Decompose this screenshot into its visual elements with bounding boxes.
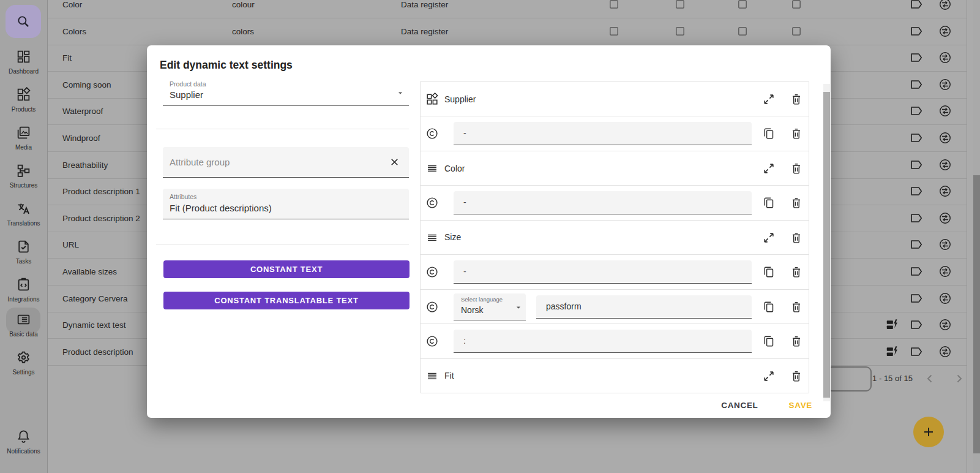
expand-icon[interactable] bbox=[762, 369, 776, 383]
previous-page-button[interactable] bbox=[922, 371, 937, 386]
swap-icon[interactable] bbox=[938, 0, 952, 11]
constant-row: - bbox=[421, 186, 809, 220]
checkbox[interactable] bbox=[737, 26, 748, 37]
sidebar-item-integrations[interactable]: Integrations bbox=[0, 277, 47, 303]
product-data-select[interactable]: Product data Supplier bbox=[163, 80, 409, 106]
swap-icon[interactable] bbox=[938, 131, 952, 145]
constant-translatable-text-button[interactable]: CONSTANT TRANSLATABLE TEXT bbox=[163, 292, 410, 309]
swap-icon[interactable] bbox=[938, 184, 952, 198]
tag-icon[interactable] bbox=[910, 51, 923, 64]
delete-icon[interactable] bbox=[790, 231, 803, 244]
drag-handle-icon[interactable] bbox=[425, 93, 439, 106]
delete-icon[interactable] bbox=[790, 335, 803, 348]
tag-icon[interactable] bbox=[910, 211, 923, 225]
copy-icon[interactable] bbox=[762, 196, 776, 210]
sidebar-item-basic-data[interactable]: Basic data bbox=[0, 312, 47, 338]
drag-handle-icon[interactable] bbox=[425, 162, 439, 175]
tag-icon[interactable] bbox=[910, 78, 923, 91]
delete-icon[interactable] bbox=[790, 162, 803, 175]
dialog-scrollbar[interactable] bbox=[823, 84, 830, 401]
swap-icon[interactable] bbox=[938, 265, 952, 278]
cancel-button[interactable]: CANCEL bbox=[717, 400, 761, 411]
checkbox[interactable] bbox=[608, 0, 619, 10]
swap-icon[interactable] bbox=[938, 78, 952, 91]
tag-icon[interactable] bbox=[910, 238, 923, 251]
delete-icon[interactable] bbox=[790, 196, 803, 210]
expand-icon[interactable] bbox=[762, 162, 776, 175]
sidebar-item-settings[interactable]: Settings bbox=[0, 350, 47, 376]
sidebar-item-dashboard[interactable]: Dashboard bbox=[0, 49, 47, 75]
swap-icon[interactable] bbox=[938, 318, 952, 331]
tag-icon[interactable] bbox=[910, 158, 923, 172]
drag-handle-icon[interactable] bbox=[425, 369, 439, 383]
swap-icon[interactable] bbox=[938, 104, 952, 118]
constant-text-input[interactable]: - bbox=[454, 191, 752, 214]
copy-icon[interactable] bbox=[762, 265, 776, 279]
tag-icon[interactable] bbox=[910, 104, 923, 118]
tag-icon[interactable] bbox=[910, 292, 923, 305]
constant-text-input[interactable]: - bbox=[454, 122, 752, 145]
table-row[interactable]: Colors colors Data register bbox=[48, 18, 967, 45]
translatable-text-input[interactable]: passform bbox=[536, 295, 752, 319]
swap-icon[interactable] bbox=[938, 238, 952, 251]
sidebar-item-translations[interactable]: Translations bbox=[0, 201, 47, 227]
search-button[interactable] bbox=[6, 5, 41, 38]
sidebar-item-media[interactable]: Media bbox=[0, 125, 47, 151]
sidebar-item-label: Tasks bbox=[0, 258, 47, 265]
copy-icon[interactable] bbox=[762, 335, 776, 348]
tag-icon[interactable] bbox=[910, 318, 923, 331]
copy-icon[interactable] bbox=[762, 300, 776, 314]
constant-text-input[interactable]: - bbox=[454, 260, 752, 284]
sidebar-item-structures[interactable]: Structures bbox=[0, 163, 47, 189]
sidebar-item-notifications[interactable]: Notifications bbox=[0, 429, 47, 455]
swap-icon[interactable] bbox=[938, 25, 952, 38]
add-button[interactable] bbox=[913, 417, 944, 447]
constant-text-button[interactable]: CONSTANT TEXT bbox=[163, 260, 410, 278]
language-select[interactable]: Select language Norsk bbox=[454, 293, 526, 320]
tag-icon[interactable] bbox=[910, 265, 923, 278]
sidebar-item-products[interactable]: Products bbox=[0, 87, 47, 113]
page-scrollbar[interactable] bbox=[973, 0, 980, 473]
checkbox[interactable] bbox=[608, 26, 619, 37]
checkbox[interactable] bbox=[675, 26, 686, 37]
delete-icon[interactable] bbox=[790, 127, 803, 140]
delete-icon[interactable] bbox=[790, 265, 803, 279]
constant-text-input[interactable]: : bbox=[454, 330, 752, 353]
checkbox[interactable] bbox=[737, 0, 748, 10]
tag-icon[interactable] bbox=[910, 0, 923, 11]
save-button[interactable]: SAVE bbox=[785, 400, 816, 411]
dynamic-feed-icon[interactable] bbox=[885, 345, 899, 358]
next-page-button[interactable] bbox=[952, 371, 967, 386]
swap-icon[interactable] bbox=[938, 292, 952, 305]
tag-icon[interactable] bbox=[910, 345, 923, 358]
row-name: Colors bbox=[62, 26, 86, 36]
delete-icon[interactable] bbox=[790, 300, 803, 314]
row-name: Available sizes bbox=[62, 267, 117, 276]
expand-icon[interactable] bbox=[762, 93, 776, 106]
swap-icon[interactable] bbox=[938, 158, 952, 172]
translatable-constant-row: Select language Norsk passform bbox=[421, 290, 809, 324]
tag-icon[interactable] bbox=[910, 184, 923, 198]
checkbox[interactable] bbox=[791, 0, 802, 10]
swap-icon[interactable] bbox=[938, 345, 952, 358]
attributes-field[interactable]: Attributes Fit (Product descriptions) bbox=[163, 189, 409, 219]
sidebar-item-tasks[interactable]: Tasks bbox=[0, 239, 47, 265]
delete-icon[interactable] bbox=[790, 93, 803, 106]
tag-icon[interactable] bbox=[910, 25, 923, 38]
dynamic-feed-icon[interactable] bbox=[885, 318, 899, 331]
attribute-group-field[interactable]: Attribute group bbox=[163, 147, 409, 178]
swap-icon[interactable] bbox=[938, 51, 952, 64]
copy-icon[interactable] bbox=[762, 127, 776, 140]
drag-handle-icon[interactable] bbox=[425, 231, 439, 244]
checkbox[interactable] bbox=[675, 0, 686, 10]
tag-icon[interactable] bbox=[910, 131, 923, 145]
delete-icon[interactable] bbox=[790, 369, 803, 383]
table-icon bbox=[16, 312, 31, 327]
expand-icon[interactable] bbox=[762, 231, 776, 244]
clear-icon[interactable] bbox=[389, 156, 400, 168]
checkbox[interactable] bbox=[791, 26, 802, 37]
swap-icon[interactable] bbox=[938, 211, 952, 225]
dialog-scrollbar-thumb[interactable] bbox=[823, 92, 830, 398]
page-scrollbar-thumb[interactable] bbox=[973, 175, 980, 453]
table-row[interactable]: Color colour Data register bbox=[48, 0, 967, 18]
